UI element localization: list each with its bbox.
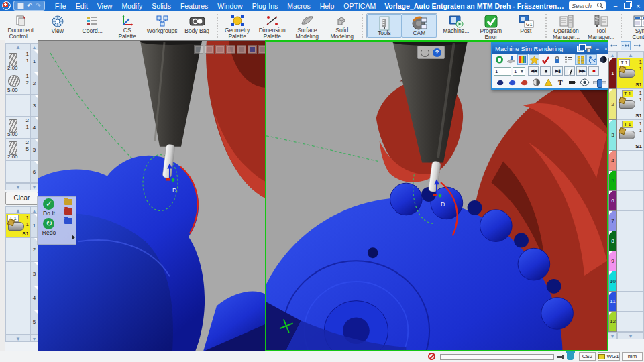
redo-icon[interactable]: ↷ xyxy=(35,2,40,9)
close-button[interactable]: × xyxy=(633,1,644,11)
menu-view[interactable]: View xyxy=(93,1,117,11)
surface-modeling-button[interactable]: Surface Modeling xyxy=(290,12,325,40)
clear-button[interactable]: Clear xyxy=(5,192,38,205)
tools-button[interactable]: Tools xyxy=(367,14,402,38)
body-navy-icon[interactable] xyxy=(494,77,506,88)
body-red-icon[interactable] xyxy=(519,77,530,88)
geometry-palette-button[interactable]: Geometry Palette xyxy=(220,12,255,40)
frame-view-icon[interactable] xyxy=(226,45,235,54)
minimize-button[interactable]: − xyxy=(610,1,621,11)
operation-tile-empty[interactable] xyxy=(5,262,31,286)
flow-tab-3[interactable]: 3 xyxy=(608,120,617,151)
flow-op-tile-empty[interactable] xyxy=(617,191,644,211)
do-it-button[interactable]: ✓ Do It xyxy=(43,198,55,217)
flow-op-tile-empty[interactable] xyxy=(617,312,644,332)
menu-file[interactable]: File xyxy=(50,1,71,11)
menu-macros[interactable]: Macros xyxy=(282,1,315,11)
record-icon[interactable]: ● xyxy=(588,66,599,76)
sim-pin-icon[interactable] xyxy=(584,45,593,53)
flow-op-tile-2[interactable]: T 111S1 xyxy=(617,89,644,120)
menu-plug-ins[interactable]: Plug-Ins xyxy=(248,1,283,11)
coordinate-systems-button[interactable]: Coord... xyxy=(75,12,110,40)
folder-gold-icon[interactable] xyxy=(64,199,72,205)
workgroup-button[interactable]: WG1 xyxy=(598,352,620,361)
operation-tile-1[interactable]: T 111S1 xyxy=(5,214,31,238)
help-icon[interactable]: ? xyxy=(432,48,442,57)
flow-op-tile-1[interactable]: T 111S1 xyxy=(617,58,644,89)
right-op-scroll-down[interactable]: ▼▼ xyxy=(608,332,644,339)
tool-block-icon[interactable] xyxy=(567,77,578,88)
body-bag-button[interactable]: Body Bag xyxy=(180,12,215,40)
search-icon[interactable] xyxy=(597,3,603,9)
menu-edit[interactable]: Edit xyxy=(71,1,93,11)
program-error-checker-button[interactable]: Program Error Checker xyxy=(474,12,508,40)
visibility-eye-icon[interactable] xyxy=(579,77,590,88)
operation-tile-empty[interactable] xyxy=(5,310,31,335)
flow-tab-12[interactable]: 12 xyxy=(608,312,617,332)
tool-tile-2[interactable]: 125.00 xyxy=(5,72,31,95)
fixture-icon[interactable] xyxy=(531,77,542,88)
menu-window[interactable]: Window xyxy=(213,1,247,11)
cs-indicator-button[interactable]: CS2 xyxy=(579,352,596,361)
op-tab-3[interactable]: 3 xyxy=(31,262,38,286)
menu-help[interactable]: Help xyxy=(315,1,339,11)
menu-opticam[interactable]: OPTICAM xyxy=(339,1,380,11)
solid-modeling-button[interactable]: Solid Modeling xyxy=(325,12,360,40)
dimension-palette-button[interactable]: Dimension Palette xyxy=(255,12,290,40)
verify-check-icon[interactable] xyxy=(540,54,551,65)
menu-modify[interactable]: Modify xyxy=(117,1,147,11)
viewport-left[interactable]: D xyxy=(38,40,265,351)
flow-op-tile-3[interactable]: T 111S1 xyxy=(617,120,644,151)
material-removal-icon[interactable] xyxy=(506,54,517,65)
document-control-button[interactable]: Document Control... xyxy=(1,12,40,40)
post-g1-button[interactable]: G1Post xyxy=(508,12,543,40)
text-label-icon[interactable]: T xyxy=(555,77,566,88)
operation-tile-empty[interactable] xyxy=(5,286,31,310)
sim-speed-slider[interactable] xyxy=(593,81,606,84)
flow-tab-8[interactable]: 8 xyxy=(608,231,617,251)
workgroups-button[interactable]: Workgroups xyxy=(145,12,180,40)
view-button[interactable]: View xyxy=(40,12,75,40)
interrupt-icon[interactable] xyxy=(428,353,435,360)
stop-icon[interactable]: ■ xyxy=(540,66,551,76)
sync-mode-3-icon[interactable] xyxy=(631,41,641,50)
flow-op-tile-empty[interactable] xyxy=(617,251,644,272)
op-list-scroll-up[interactable]: ▲▲ xyxy=(5,206,38,214)
search-input[interactable]: Search xyxy=(569,1,606,10)
flow-op-tile-empty[interactable] xyxy=(617,272,644,292)
folder-blue-icon[interactable] xyxy=(64,218,72,224)
rotate-view-icon[interactable] xyxy=(420,48,430,57)
shaded-render-icon[interactable] xyxy=(598,54,608,65)
tool-tab-1[interactable]: 1 xyxy=(31,50,38,72)
color-report-icon[interactable] xyxy=(517,54,528,65)
rewind-start-icon[interactable]: ◀◀ xyxy=(528,66,539,76)
undo-icon[interactable]: ↶ xyxy=(27,2,32,9)
trash-icon[interactable] xyxy=(567,353,574,360)
flow-op-tile-empty[interactable] xyxy=(617,211,644,231)
sync-mode-2-icon[interactable] xyxy=(621,41,631,50)
flow-tab-6[interactable]: 6 xyxy=(608,191,617,211)
tool-change-icon[interactable] xyxy=(586,54,597,65)
tool-tile-4[interactable]: 215.00 xyxy=(5,117,31,139)
flow-op-tile-empty[interactable] xyxy=(617,231,644,251)
tool-list-scroll-down[interactable]: ▼▼ xyxy=(5,183,38,190)
stop-hand-icon[interactable] xyxy=(494,54,505,65)
op-tab-4[interactable]: 4 xyxy=(31,286,38,310)
sim-minimize-icon[interactable]: − xyxy=(593,45,602,53)
sim-machine-select[interactable]: 1 ▼ xyxy=(513,67,525,76)
tool-manager-button[interactable]: Tool Manager... xyxy=(584,12,619,40)
folder-red-icon[interactable] xyxy=(64,208,72,215)
right-op-scroll-up[interactable]: ▲▲ xyxy=(608,51,644,58)
tool-tab-5[interactable]: 5 xyxy=(31,139,38,161)
op-tab-5[interactable]: 5 xyxy=(31,310,38,335)
sync-control-button[interactable]: Sync Control xyxy=(624,12,644,40)
menu-solids[interactable]: Solids xyxy=(147,1,176,11)
flyout-arrow-icon[interactable] xyxy=(72,235,75,240)
step-back-icon[interactable]: ▶▮ xyxy=(552,66,563,76)
flow-tab-9[interactable]: 9 xyxy=(608,251,617,272)
gibbscam-logo-icon[interactable] xyxy=(2,1,11,10)
lock-icon[interactable] xyxy=(552,54,563,65)
tool-tab-4[interactable]: 4 xyxy=(31,117,38,139)
operation-manager-button[interactable]: Operation Manager... xyxy=(549,12,584,40)
sim-palette-titlebar[interactable]: Machine Sim Rendering − × xyxy=(492,44,610,54)
